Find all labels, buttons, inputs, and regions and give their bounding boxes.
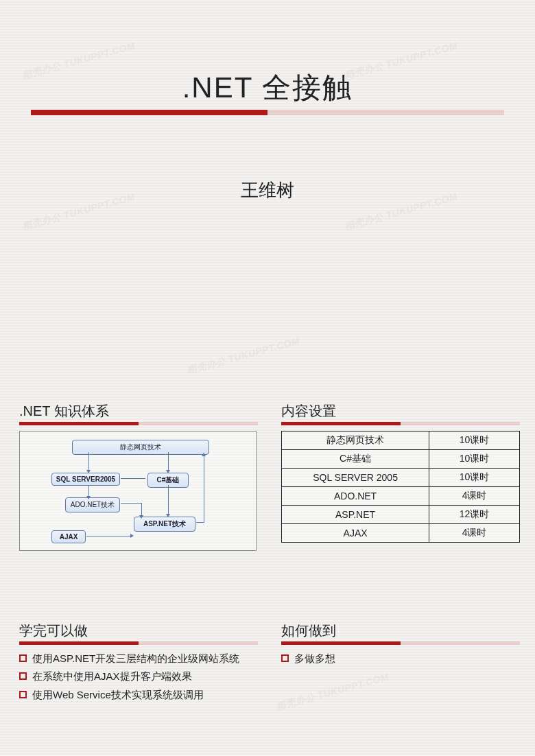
node-asp: ASP.NET技术 <box>134 517 195 532</box>
knowledge-heading: .NET 知识体系 <box>19 402 258 422</box>
course-hours: 12课时 <box>429 506 520 524</box>
course-hours: 10课时 <box>429 469 520 487</box>
connector <box>88 485 89 496</box>
table-row: ADO.NET4课时 <box>282 487 520 506</box>
bullet-icon <box>19 672 27 680</box>
knowledge-diagram: 静态网页技术 SQL SERVER2005 C#基础 ADO.NET技术 ASP… <box>19 431 257 551</box>
node-static-web: 静态网页技术 <box>72 440 209 455</box>
connector <box>121 503 141 504</box>
cando-panel: 学完可以做 使用ASP.NET开发三层结构的企业级网站系统 在系统中使用AJAX… <box>19 622 258 706</box>
connector <box>168 452 169 470</box>
connector <box>141 503 142 515</box>
table-row: ASP.NET12课时 <box>282 506 520 524</box>
knowledge-panel: .NET 知识体系 静态网页技术 SQL SERVER2005 C#基础 ADO… <box>19 402 258 551</box>
table-row: 静态网页技术10课时 <box>282 432 520 450</box>
course-name: C#基础 <box>282 450 429 469</box>
course-table: 静态网页技术10课时 C#基础10课时 SQL SERVER 200510课时 … <box>281 431 520 543</box>
howto-list: 多做多想 <box>281 652 520 665</box>
content-heading: 内容设置 <box>281 402 520 422</box>
course-name: ASP.NET <box>282 506 429 524</box>
watermark: 稻壳办公 TUKUPPT.COM <box>275 671 390 713</box>
course-name: 静态网页技术 <box>282 432 429 450</box>
connector <box>204 456 204 522</box>
list-item-text: 使用ASP.NET开发三层结构的企业级网站系统 <box>32 652 239 665</box>
content-panel: 内容设置 静态网页技术10课时 C#基础10课时 SQL SERVER 2005… <box>281 402 520 543</box>
connector <box>196 522 204 523</box>
connector <box>121 478 145 479</box>
node-ado: ADO.NET技术 <box>65 497 120 512</box>
list-item: 使用Web Service技术实现系统级调用 <box>19 688 258 702</box>
table-row: C#基础10课时 <box>282 450 520 469</box>
cando-list: 使用ASP.NET开发三层结构的企业级网站系统 在系统中使用AJAX提升客户端效… <box>19 652 258 702</box>
list-item-text: 在系统中使用AJAX提升客户端效果 <box>32 670 192 683</box>
howto-panel: 如何做到 多做多想 <box>281 622 520 670</box>
heading-underline <box>281 422 520 425</box>
node-sql: SQL SERVER2005 <box>51 473 120 486</box>
course-name: AJAX <box>282 524 429 543</box>
list-item-text: 多做多想 <box>294 652 335 665</box>
author-name: 王维树 <box>0 178 535 202</box>
node-ajax: AJAX <box>51 530 86 543</box>
bullet-icon <box>19 654 27 662</box>
watermark: 稻壳办公 TUKUPPT.COM <box>186 335 301 377</box>
course-hours: 4课时 <box>429 524 520 543</box>
bullet-icon <box>281 654 289 662</box>
list-item-text: 使用Web Service技术实现系统级调用 <box>32 688 204 702</box>
heading-underline <box>281 641 520 645</box>
table-row: AJAX4课时 <box>282 524 520 543</box>
presentation-title: .NET 全接触 <box>0 69 535 107</box>
heading-underline <box>19 422 258 425</box>
course-hours: 10课时 <box>429 432 520 450</box>
bullet-icon <box>19 691 27 698</box>
connector <box>168 485 169 514</box>
connector <box>88 452 89 470</box>
title-underline <box>31 110 504 115</box>
course-hours: 10课时 <box>429 450 520 469</box>
howto-heading: 如何做到 <box>281 622 520 641</box>
cando-heading: 学完可以做 <box>19 622 258 641</box>
table-row: SQL SERVER 200510课时 <box>282 469 520 487</box>
heading-underline <box>19 641 258 645</box>
title-slide: .NET 全接触 <box>0 69 535 115</box>
list-item: 在系统中使用AJAX提升客户端效果 <box>19 670 258 683</box>
course-name: SQL SERVER 2005 <box>282 469 429 487</box>
list-item: 多做多想 <box>281 652 520 665</box>
course-name: ADO.NET <box>282 487 429 506</box>
course-hours: 4课时 <box>429 487 520 506</box>
list-item: 使用ASP.NET开发三层结构的企业级网站系统 <box>19 652 258 665</box>
connector <box>86 536 130 536</box>
